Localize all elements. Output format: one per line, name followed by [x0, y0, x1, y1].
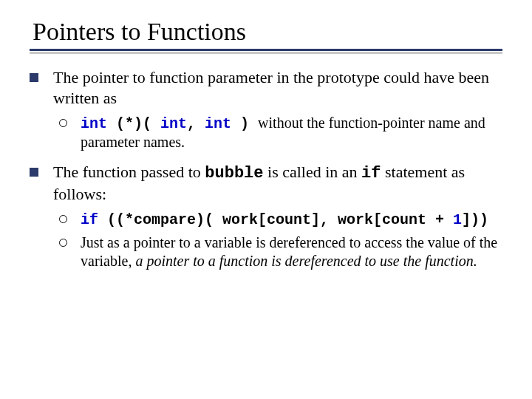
slide-title: Pointers to Functions: [30, 18, 502, 46]
code-text: ,: [187, 115, 205, 132]
bullet-item: The function passed to bubble is called …: [30, 162, 502, 204]
circle-bullet-icon: [59, 239, 67, 247]
bullet-text: The function passed to bubble is called …: [53, 162, 502, 204]
code-text: (*)(: [107, 115, 160, 132]
code-keyword: int: [81, 115, 107, 132]
title-block: Pointers to Functions: [30, 18, 502, 54]
title-underline: [30, 49, 502, 54]
code-keyword: int: [205, 115, 231, 132]
code-text: ((*compare)( work[count], work[count +: [98, 211, 453, 228]
circle-bullet-icon: [59, 119, 67, 127]
bullet-item: The pointer to function parameter in the…: [30, 67, 502, 108]
square-bullet-icon: [30, 73, 38, 82]
rule-dark: [30, 49, 502, 51]
sub-bullet-text: if ((*compare)( work[count], work[count …: [81, 210, 502, 229]
rule-light: [30, 52, 502, 54]
bullet-text: The pointer to function parameter in the…: [53, 67, 502, 108]
sub-bullet-text: Just as a pointer to a variable is deref…: [81, 233, 502, 270]
emphasis-text: a pointer to a function is dereferenced …: [135, 253, 477, 269]
sub-bullet-item: if ((*compare)( work[count], work[count …: [59, 210, 502, 229]
code-keyword: if: [81, 211, 98, 228]
slide-body: The pointer to function parameter in the…: [30, 67, 502, 270]
sub-bullet-item: Just as a pointer to a variable is deref…: [59, 233, 502, 270]
plain-text: The function passed to: [53, 163, 205, 181]
code-number: 1: [453, 211, 462, 228]
square-bullet-icon: [30, 168, 38, 177]
code-text: if: [361, 164, 381, 183]
code-text: ])): [462, 211, 488, 228]
circle-bullet-icon: [59, 215, 67, 223]
sub-bullet-text: int (*)( int, int ) without the function…: [81, 114, 502, 151]
slide: Pointers to Functions The pointer to fun…: [0, 0, 532, 399]
code-text: ): [231, 115, 258, 132]
plain-text: is called in an: [264, 163, 362, 181]
code-text: bubble: [205, 164, 263, 183]
code-keyword: int: [160, 115, 187, 132]
sub-bullet-item: int (*)( int, int ) without the function…: [59, 114, 502, 151]
